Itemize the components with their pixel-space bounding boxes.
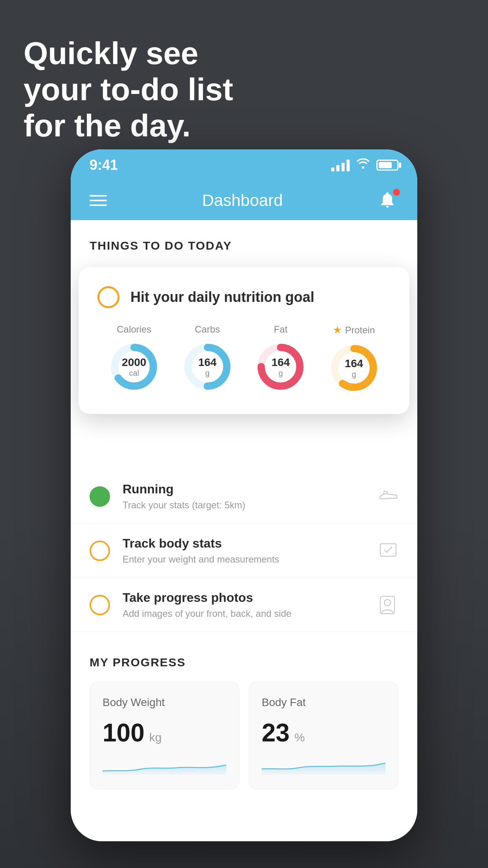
progress-heading: MY PROGRESS (90, 656, 398, 669)
body-weight-unit: kg (149, 731, 162, 744)
wifi-icon (356, 158, 370, 173)
todo-text-photos: Take progress photos Add images of your … (123, 590, 365, 619)
todo-list: Running Track your stats (target: 5km) T… (71, 469, 417, 632)
hamburger-menu[interactable] (90, 195, 107, 206)
carbs-donut: 164 g (182, 341, 233, 392)
carbs-label: Carbs (195, 324, 220, 335)
headline: Quickly see your to-do list for the day. (24, 35, 233, 144)
todo-running[interactable]: Running Track your stats (target: 5km) (71, 469, 417, 524)
todo-title-photos: Take progress photos (123, 590, 365, 605)
section-heading: THINGS TO DO TODAY (71, 220, 417, 265)
body-weight-card: Body Weight 100 kg (90, 682, 239, 789)
shoe-icon (378, 486, 398, 507)
hamburger-line (90, 200, 107, 201)
todo-title-body-stats: Track body stats (123, 536, 365, 551)
person-icon (378, 595, 398, 615)
calories-label: Calories (117, 324, 151, 335)
body-weight-value-row: 100 kg (103, 718, 226, 747)
scale-icon (378, 541, 398, 561)
carbs-unit: g (198, 369, 216, 378)
notification-dot (393, 189, 400, 196)
fat-unit: g (272, 369, 290, 378)
nutrition-card: Hit your daily nutrition goal Calories 2… (79, 267, 409, 414)
protein-donut: 164 g (328, 342, 380, 394)
nav-title: Dashboard (202, 191, 283, 210)
hamburger-line (90, 195, 107, 197)
headline-line1: Quickly see (24, 35, 233, 72)
fat-label: Fat (274, 324, 288, 335)
content-area: THINGS TO DO TODAY Hit your daily nutrit… (71, 220, 417, 841)
body-fat-card: Body Fat 23 % (249, 682, 398, 789)
calories-value: 2000 (122, 356, 146, 369)
body-fat-chart (262, 755, 385, 775)
nutrition-protein: ★ Protein 164 g (328, 324, 380, 394)
protein-label: ★ Protein (333, 324, 375, 336)
protein-value: 164 (345, 357, 363, 370)
star-icon: ★ (333, 324, 342, 336)
phone-mockup: 9:41 Dashboard (71, 149, 417, 841)
todo-circle-running (90, 486, 110, 507)
todo-subtitle-photos: Add images of your front, back, and side (123, 608, 365, 619)
todo-circle-photos (90, 595, 110, 615)
progress-cards: Body Weight 100 kg (90, 682, 398, 789)
todo-photos[interactable]: Take progress photos Add images of your … (71, 578, 417, 632)
nutrition-calories: Calories 2000 cal (108, 324, 160, 392)
battery-icon (376, 160, 398, 171)
body-fat-value-row: 23 % (262, 718, 385, 747)
body-weight-chart (103, 755, 226, 775)
nutrition-circles: Calories 2000 cal Carbs (97, 324, 391, 394)
nutrition-carbs: Carbs 164 g (182, 324, 233, 392)
todo-subtitle-body-stats: Enter your weight and measurements (123, 554, 365, 565)
headline-line2: your to-do list (24, 72, 233, 108)
todo-check-circle[interactable] (97, 286, 119, 308)
fat-donut: 164 g (255, 341, 306, 392)
calories-donut: 2000 cal (108, 341, 160, 392)
nav-bar: Dashboard (71, 181, 417, 220)
fat-value: 164 (272, 356, 290, 369)
carbs-value: 164 (198, 356, 216, 369)
card-title: Hit your daily nutrition goal (130, 289, 314, 305)
status-icons (331, 158, 398, 173)
todo-title-running: Running (123, 482, 365, 497)
nutrition-fat: Fat 164 g (255, 324, 306, 392)
body-weight-title: Body Weight (103, 696, 226, 709)
signal-icon (331, 159, 350, 171)
status-bar: 9:41 (71, 149, 417, 181)
todo-body-stats[interactable]: Track body stats Enter your weight and m… (71, 524, 417, 578)
body-fat-unit: % (294, 731, 305, 744)
notification-bell-button[interactable] (378, 190, 398, 211)
protein-unit: g (345, 370, 363, 379)
progress-section: MY PROGRESS Body Weight 100 kg (71, 632, 417, 789)
body-fat-title: Body Fat (262, 696, 385, 709)
headline-line3: for the day. (24, 108, 233, 144)
todo-circle-body-stats (90, 541, 110, 561)
body-fat-value: 23 (262, 718, 290, 747)
svg-rect-8 (380, 544, 396, 556)
card-header: Hit your daily nutrition goal (97, 286, 391, 308)
calories-unit: cal (122, 369, 146, 378)
todo-text-body-stats: Track body stats Enter your weight and m… (123, 536, 365, 565)
body-weight-value: 100 (103, 718, 145, 747)
hamburger-line (90, 204, 107, 206)
todo-text-running: Running Track your stats (target: 5km) (123, 482, 365, 511)
svg-point-10 (384, 600, 391, 606)
todo-subtitle-running: Track your stats (target: 5km) (123, 500, 365, 511)
status-time: 9:41 (90, 157, 118, 173)
